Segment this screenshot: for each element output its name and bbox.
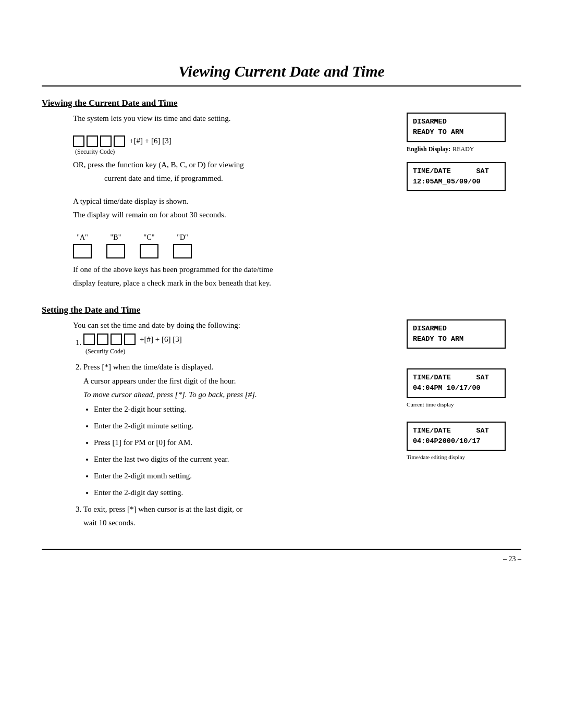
func-key-a-box <box>73 244 92 258</box>
step1-security-label: (Security Code) <box>85 347 391 356</box>
lcd1-display: DISARMED READY TO ARM <box>407 113 506 142</box>
section2-heading: Setting the Date and Time <box>42 305 521 315</box>
func-key-a: "A" <box>73 233 92 258</box>
bottom-rule <box>42 549 521 550</box>
typical-text: A typical time/date display is shown. <box>73 195 391 207</box>
section2-steps: +[#] + [6] [3] (Security Code) Press [*]… <box>83 333 391 529</box>
step2-text: Press [*] when the time/date is displaye… <box>83 361 391 373</box>
section2: Setting the Date and Time You can set th… <box>42 305 521 533</box>
page-number: – 23 – <box>42 555 521 563</box>
lcd2-display: TIME/DATE SAT 12:05AM_05/09/00 <box>407 162 506 192</box>
code-box-2 <box>87 135 98 147</box>
step1-box-4 <box>124 334 136 345</box>
section2-lcd2: TIME/DATE SAT 04:04PM 10/17/00 <box>407 368 506 398</box>
english-display-label: English Display: <box>407 145 450 153</box>
section2-lcd3-line2: 04:04P2000/10/17 <box>413 437 481 445</box>
english-display-row: English Display: READY <box>407 144 521 153</box>
section1-heading: Viewing the Current Date and Time <box>42 98 521 108</box>
func-key-d-box <box>173 244 192 258</box>
code-box-1 <box>73 135 84 147</box>
func-keys-note2: display feature, place a check mark in t… <box>73 277 521 289</box>
section2-lcd3: TIME/DATE SAT 04:04P2000/10/17 <box>407 422 506 451</box>
step3: To exit, press [*] when cursor is at the… <box>83 503 391 529</box>
section1-para1: The system lets you view its time and da… <box>73 113 391 125</box>
section2-lcd3-label: Time/date editing display <box>407 454 521 460</box>
step1-code-boxes <box>83 334 136 345</box>
title-rule <box>42 85 521 87</box>
func-key-d-label: "D" <box>177 233 188 242</box>
func-key-b-box <box>106 244 125 258</box>
code-box-3 <box>100 135 112 147</box>
section2-lcd1: DISARMED READY TO ARM <box>407 319 506 349</box>
or-text2: current date and time, if programmed. <box>104 172 391 184</box>
bullet-0: Enter the 2-digit hour setting. <box>94 403 391 415</box>
section2-intro: You can set the time and date by doing t… <box>73 319 391 331</box>
section2-lcd1-line2: READY TO ARM <box>413 335 463 343</box>
lcd2-line2: 12:05AM_05/09/00 <box>413 178 481 186</box>
code-box-4 <box>114 135 125 147</box>
section1: Viewing the Current Date and Time The sy… <box>42 98 521 289</box>
func-keys-note1: If one of the above keys has been progra… <box>73 264 521 276</box>
page-title: Viewing Current Date and Time <box>42 63 521 80</box>
section2-lcd1-line1: DISARMED <box>413 325 447 332</box>
bullet-1: Enter the 2-digit minute setting. <box>94 419 391 432</box>
security-code-label: (Security Code) <box>75 148 391 156</box>
func-key-d: "D" <box>173 233 192 258</box>
step2: Press [*] when the time/date is displaye… <box>83 361 391 499</box>
section2-lcd3-line1: TIME/DATE SAT <box>413 427 489 435</box>
security-code-boxes <box>73 135 125 147</box>
bullet-4: Enter the 2-digit month setting. <box>94 470 391 482</box>
bullet-2: Press [1] for PM or [0] for AM. <box>94 436 391 449</box>
section2-lcd2-line1: TIME/DATE SAT <box>413 374 489 381</box>
or-text: OR, press the function key (A, B, C, or … <box>73 159 391 171</box>
func-key-a-label: "A" <box>77 233 88 242</box>
lcd1-line2: READY TO ARM <box>413 128 463 136</box>
step3-text: To exit, press [*] when cursor is at the… <box>83 503 391 515</box>
section2-lcd2-label: Current time display <box>407 401 521 408</box>
step1: +[#] + [6] [3] (Security Code) <box>83 333 391 356</box>
section2-lcd2-line2: 04:04PM 10/17/00 <box>413 384 481 392</box>
step2-bullets: Enter the 2-digit hour setting. Enter th… <box>94 403 391 499</box>
func-key-c-label: "C" <box>144 233 155 242</box>
step2-italic: To move cursor ahead, press [*]. To go b… <box>83 389 391 401</box>
lcd1-line1: DISARMED <box>413 118 447 126</box>
step1-box-1 <box>83 334 95 345</box>
func-key-b-label: "B" <box>111 233 121 242</box>
code-suffix: +[#] + [6] [3] <box>129 137 172 145</box>
bullet-5: Enter the 2-digit day setting. <box>94 486 391 499</box>
english-display-value: READY <box>452 145 474 153</box>
bullet-3: Enter the last two digits of the current… <box>94 453 391 465</box>
step2-cursor: A cursor appears under the first digit o… <box>83 375 391 387</box>
func-key-c-box <box>140 244 158 258</box>
step1-box-2 <box>97 334 108 345</box>
func-key-b: "B" <box>106 233 125 258</box>
step3-text2: wait 10 seconds. <box>83 517 391 529</box>
lcd2-line1: TIME/DATE SAT <box>413 167 489 175</box>
func-key-c: "C" <box>140 233 158 258</box>
step1-box-3 <box>111 334 122 345</box>
func-keys-labels: "A" "B" "C" "D" <box>73 233 521 258</box>
step1-code-suffix: +[#] + [6] [3] <box>140 333 182 346</box>
display-remain: The display will remain on for about 30 … <box>73 209 391 221</box>
code-entry-line: +[#] + [6] [3] <box>73 135 391 147</box>
